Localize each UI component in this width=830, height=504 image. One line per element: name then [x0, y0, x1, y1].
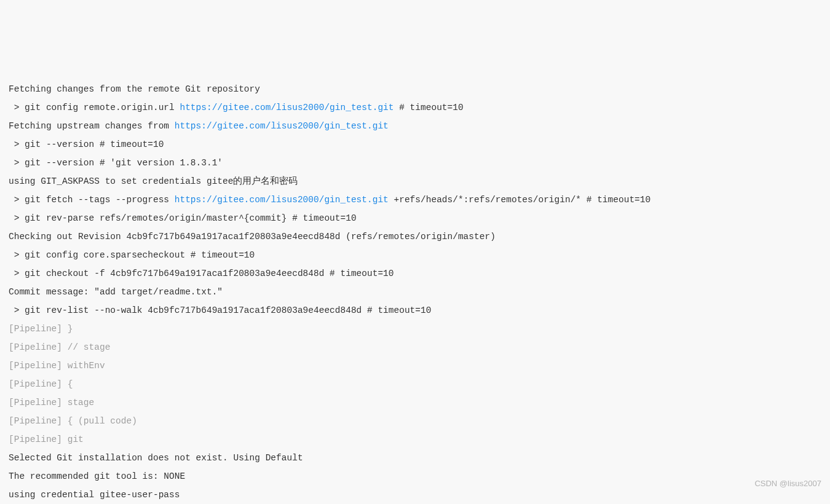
console-line: [Pipeline] } — [9, 320, 821, 338]
console-text: using GIT_ASKPASS to set credentials git… — [9, 176, 298, 186]
console-text: Selected Git installation does not exist… — [9, 453, 303, 463]
watermark: CSDN @lisus2007 — [754, 474, 821, 493]
console-line: using GIT_ASKPASS to set credentials git… — [9, 172, 821, 191]
repo-link[interactable]: https://gitee.com/lisus2000/gin_test.git — [175, 121, 389, 131]
pipeline-marker: [Pipeline] } — [9, 324, 73, 334]
console-line: > git config core.sparsecheckout # timeo… — [9, 246, 821, 264]
pipeline-marker: [Pipeline] { — [9, 379, 73, 389]
console-line: > git --version # 'git version 1.8.3.1' — [9, 154, 821, 172]
console-line: [Pipeline] stage — [9, 393, 821, 412]
console-line: [Pipeline] git — [9, 430, 821, 449]
console-line: Fetching upstream changes from https://g… — [9, 117, 821, 135]
pipeline-marker: [Pipeline] // stage — [9, 342, 110, 352]
console-text: > git config core.sparsecheckout # timeo… — [9, 250, 255, 260]
console-text: using credential gitee-user-pass — [9, 490, 180, 500]
pipeline-marker: [Pipeline] git — [9, 435, 84, 444]
console-text: Checking out Revision 4cb9fc717b649a1917… — [9, 232, 496, 242]
console-line: [Pipeline] { — [9, 375, 821, 393]
console-line: The recommended git tool is: NONE — [9, 467, 821, 486]
console-text: The recommended git tool is: NONE — [9, 471, 185, 481]
console-text: +refs/heads/*:refs/remotes/origin/* # ti… — [389, 195, 650, 205]
repo-link[interactable]: https://gitee.com/lisus2000/gin_test.git — [175, 195, 389, 205]
console-text: # timeout=10 — [394, 103, 464, 112]
console-text: > git fetch --tags --progress — [9, 195, 175, 205]
console-text: Fetching upstream changes from — [9, 121, 175, 131]
repo-link[interactable]: https://gitee.com/lisus2000/gin_test.git — [180, 103, 393, 112]
console-line: Checking out Revision 4cb9fc717b649a1917… — [9, 227, 821, 246]
console-line: using credential gitee-user-pass — [9, 486, 821, 504]
console-text: Commit message: "add target/readme.txt." — [9, 287, 223, 297]
console-text: > git --version # timeout=10 — [9, 140, 164, 149]
console-line: [Pipeline] { (pull code) — [9, 412, 821, 430]
console-text: > git --version # 'git version 1.8.3.1' — [9, 158, 223, 168]
console-text: > git rev-parse refs/remotes/origin/mast… — [9, 213, 357, 223]
console-line: > git --version # timeout=10 — [9, 135, 821, 154]
pipeline-marker: [Pipeline] withEnv — [9, 361, 105, 371]
console-text: > git rev-list --no-walk 4cb9fc717b649a1… — [9, 305, 431, 315]
console-line: > git checkout -f 4cb9fc717b649a1917aca1… — [9, 264, 821, 283]
console-text: > git checkout -f 4cb9fc717b649a1917aca1… — [9, 269, 394, 278]
console-line: [Pipeline] // stage — [9, 338, 821, 356]
console-output: Fetching changes from the remote Git rep… — [9, 80, 821, 504]
console-line: [Pipeline] withEnv — [9, 356, 821, 375]
console-line: Fetching changes from the remote Git rep… — [9, 80, 821, 98]
console-line: Commit message: "add target/readme.txt." — [9, 283, 821, 301]
pipeline-marker: [Pipeline] { (pull code) — [9, 416, 137, 426]
console-line: > git rev-list --no-walk 4cb9fc717b649a1… — [9, 301, 821, 320]
console-line: Selected Git installation does not exist… — [9, 449, 821, 467]
console-line: > git config remote.origin.url https://g… — [9, 98, 821, 117]
console-line: > git fetch --tags --progress https://gi… — [9, 191, 821, 209]
pipeline-marker: [Pipeline] stage — [9, 398, 94, 408]
console-text: Fetching changes from the remote Git rep… — [9, 84, 260, 94]
console-text: > git config remote.origin.url — [9, 103, 180, 112]
console-line: > git rev-parse refs/remotes/origin/mast… — [9, 209, 821, 227]
